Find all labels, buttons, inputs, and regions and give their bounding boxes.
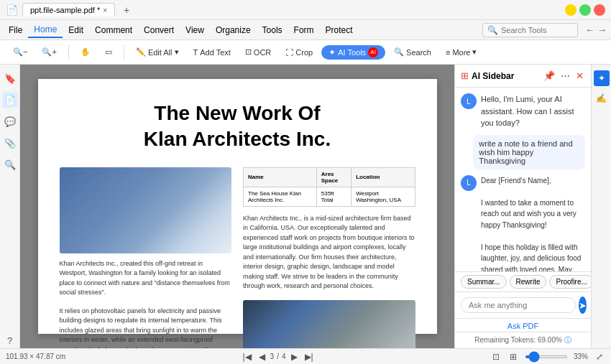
menu-view[interactable]: View xyxy=(180,23,210,37)
left-panel-help[interactable]: ? xyxy=(2,332,18,348)
ocr-button[interactable]: ⊡ OCR xyxy=(239,45,277,60)
send-button[interactable]: ➤ xyxy=(579,297,587,314)
menu-edit[interactable]: Edit xyxy=(63,23,89,37)
select-tool-button[interactable]: ▭ xyxy=(99,45,118,60)
right-panel: ✦ ✍ xyxy=(591,65,611,348)
page-first-button[interactable]: |◀ xyxy=(240,352,253,362)
ai-sidebar-title: AI Sidebar xyxy=(472,71,539,81)
pdf-two-col: Khan Architects Inc., created this off-g… xyxy=(60,167,415,348)
fit-page-button[interactable]: ⊞ xyxy=(507,352,519,362)
maximize-button[interactable] xyxy=(579,4,591,16)
left-panel: 🔖 📄 💬 📎 🔍 ? xyxy=(0,65,20,348)
user-message-container: write a note to a friend and wish him ha… xyxy=(461,135,585,169)
search-tools-input[interactable] xyxy=(501,26,573,34)
zoom-in-button[interactable]: 🔍+ xyxy=(36,45,62,60)
zoom-slider[interactable] xyxy=(525,355,568,358)
search-text-icon: 🔍 xyxy=(394,47,404,57)
ai-response-avatar: L xyxy=(461,175,477,191)
pdf-body-1: Khan Architects Inc., created this off-g… xyxy=(60,259,232,298)
window-controls xyxy=(565,4,605,16)
left-panel-attachment[interactable]: 📎 xyxy=(2,135,18,151)
proofread-chip[interactable]: Proofire... xyxy=(549,275,593,289)
ask-input[interactable] xyxy=(461,297,576,313)
pdf-viewer[interactable]: The New Work OfKlan Architects Inc. Khan… xyxy=(20,65,454,348)
ai-tools-icon: ✦ xyxy=(329,47,336,57)
right-panel-sign[interactable]: ✍ xyxy=(594,90,610,106)
pdf-title: The New Work OfKlan Architects Inc. xyxy=(60,101,415,153)
nav-controls: |◀ ◀ 3 / 4 ▶ ▶| xyxy=(240,352,315,362)
pdf-body-2: It relies on photovoltaic panels for ele… xyxy=(60,307,232,348)
sub-toolbar: 🔍− 🔍+ ✋ ▭ ✏️ Edit All ▾ T Add Text ⊡ OCR… xyxy=(0,40,611,65)
separator-1 xyxy=(68,45,69,60)
tokens-help[interactable]: ⓘ xyxy=(564,336,571,344)
ai-tools-button[interactable]: ✦ AI Tools AI xyxy=(321,45,385,60)
zoom-out-button[interactable]: 🔍− xyxy=(7,45,33,60)
menu-bar: File Home Edit Comment Convert View Orga… xyxy=(0,20,611,40)
ai-action-chips: Summar... Rewrite Proofire... ⋮ xyxy=(455,271,591,291)
page-prev-button[interactable]: ◀ xyxy=(257,352,267,362)
fit-width-button[interactable]: ⊡ xyxy=(490,352,502,362)
menu-tools[interactable]: Tools xyxy=(257,23,288,37)
rewrite-chip[interactable]: Rewrite xyxy=(510,275,547,289)
menu-protect[interactable]: Protect xyxy=(320,23,359,37)
more-icon: ≡ xyxy=(446,48,450,57)
crop-button[interactable]: ⛶ Crop xyxy=(280,45,318,60)
menu-home[interactable]: Home xyxy=(28,22,63,38)
menu-file[interactable]: File xyxy=(3,23,28,37)
left-panel-search[interactable]: 🔍 xyxy=(2,157,18,172)
ai-more-button[interactable]: ⋯ xyxy=(559,69,571,83)
menu-convert[interactable]: Convert xyxy=(138,23,180,37)
search-tools[interactable]: 🔍 xyxy=(482,23,578,37)
page-separator: / xyxy=(277,353,279,360)
nav-back-button[interactable]: ← xyxy=(584,23,596,37)
ai-sparkle-icon: ⊞ xyxy=(461,70,469,81)
minimize-button[interactable] xyxy=(565,4,576,16)
tab-close-icon[interactable]: × xyxy=(103,6,107,14)
crop-icon: ⛶ xyxy=(285,48,293,57)
send-icon: ➤ xyxy=(579,300,587,311)
title-bar-left: 📄 ppt.file-sample.pdf * × + xyxy=(6,3,565,17)
ai-greeting: L Hello, I'm Lumi, your AI assistant. Ho… xyxy=(461,93,585,129)
current-page: 3 xyxy=(270,353,275,360)
title-bar: 📄 ppt.file-sample.pdf * × + xyxy=(0,0,611,20)
ai-close-button[interactable]: ✕ xyxy=(574,69,585,83)
ai-response-container: L Dear [Friend's Name],I wanted to take … xyxy=(461,175,585,272)
search-button[interactable]: 🔍 Search xyxy=(388,45,437,60)
ocr-icon: ⊡ xyxy=(245,47,252,57)
new-tab-button[interactable]: + xyxy=(119,3,134,17)
ask-pdf-button[interactable]: Ask PDF xyxy=(507,322,538,330)
ai-chat-area[interactable]: L Hello, I'm Lumi, your AI assistant. Ho… xyxy=(455,88,591,271)
edit-icon: ✏️ xyxy=(136,47,146,57)
ai-pin-button[interactable]: 📌 xyxy=(542,69,556,83)
chevron-down-icon: ▾ xyxy=(175,47,179,57)
close-button[interactable] xyxy=(594,4,605,16)
ai-sidebar-header: ⊞ AI Sidebar 📌 ⋯ ✕ xyxy=(455,65,591,88)
ai-response-text: Dear [Friend's Name],I wanted to take a … xyxy=(481,175,585,272)
table-cell-name: The Sea House Klan Architects Inc. xyxy=(244,187,317,206)
nav-forward-button[interactable]: → xyxy=(596,23,608,37)
menu-organize[interactable]: Organize xyxy=(210,23,257,37)
left-panel-comment[interactable]: 💬 xyxy=(2,113,18,129)
page-next-button[interactable]: ▶ xyxy=(289,352,300,362)
menu-comment[interactable]: Comment xyxy=(89,23,138,37)
total-pages: 4 xyxy=(282,353,286,360)
pdf-left-col: Khan Architects Inc., created this off-g… xyxy=(60,167,232,348)
pdf-right-col: Name Ares Space Location The Sea House K… xyxy=(243,167,415,348)
menu-form[interactable]: Form xyxy=(288,23,320,37)
summarize-chip[interactable]: Summar... xyxy=(461,275,507,289)
page-last-button[interactable]: ▶| xyxy=(303,352,316,362)
left-panel-bookmark[interactable]: 🔖 xyxy=(2,70,18,86)
status-bar: 101.93 × 47.87 cm |◀ ◀ 3 / 4 ▶ ▶| ⊡ ⊞ 33… xyxy=(0,348,611,364)
left-panel-page[interactable]: 📄 xyxy=(2,92,18,108)
more-button[interactable]: ≡ More ▾ xyxy=(440,45,482,60)
pdf-info-table: Name Ares Space Location The Sea House K… xyxy=(243,167,415,207)
fullscreen-button[interactable]: ⤢ xyxy=(594,352,605,362)
right-panel-ai[interactable]: ✦ xyxy=(594,70,610,86)
add-text-button[interactable]: T Add Text xyxy=(188,45,236,60)
edit-all-button[interactable]: ✏️ Edit All ▾ xyxy=(130,45,185,60)
status-bar-right: ⊡ ⊞ 33% ⤢ xyxy=(490,352,605,362)
hand-tool-button[interactable]: ✋ xyxy=(75,45,96,60)
document-tab[interactable]: ppt.file-sample.pdf * × xyxy=(22,3,115,17)
ai-tools-badge: AI xyxy=(368,47,378,57)
tokens-bar: Remaining Tokens: 69.00% ⓘ xyxy=(455,332,591,348)
